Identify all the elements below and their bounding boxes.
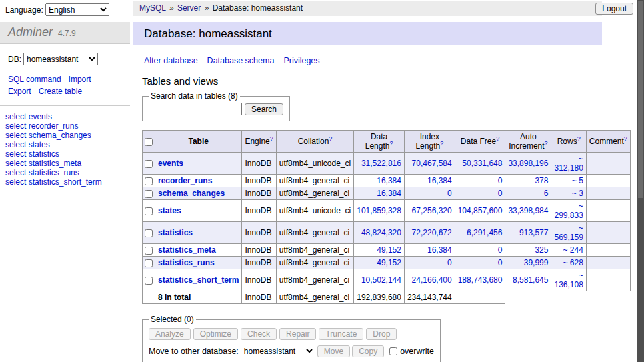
index-length-link[interactable]: 0 bbox=[447, 189, 452, 198]
move-db-select[interactable]: homeassistant bbox=[241, 345, 315, 357]
help-link[interactable]: ? bbox=[389, 140, 393, 147]
auto-increment-link[interactable]: 39,999 bbox=[524, 258, 549, 267]
table-structure-link[interactable]: schema_changes bbox=[29, 131, 91, 140]
row-checkbox[interactable] bbox=[145, 247, 153, 255]
move-button[interactable]: Move bbox=[317, 345, 350, 357]
data-length-link[interactable]: 16,384 bbox=[377, 189, 401, 198]
select-all-checkbox[interactable] bbox=[145, 138, 153, 146]
row-checkbox[interactable] bbox=[145, 207, 153, 215]
select-table-link[interactable]: select bbox=[5, 159, 26, 168]
auto-increment-link[interactable]: 325 bbox=[535, 245, 548, 255]
analyze-button[interactable]: Analyze bbox=[149, 328, 191, 340]
help-link[interactable]: ? bbox=[440, 140, 443, 147]
auto-increment-link[interactable]: 8,581,645 bbox=[513, 275, 548, 285]
table-structure-link[interactable]: statistics_short_term bbox=[29, 177, 102, 187]
data-length-link[interactable]: 16,384 bbox=[377, 176, 401, 185]
select-table-link[interactable]: select bbox=[5, 131, 26, 140]
drop-button[interactable]: Drop bbox=[366, 328, 397, 340]
data-free-link[interactable]: 188,743,680 bbox=[458, 275, 503, 285]
index-length-link[interactable]: 24,166,400 bbox=[412, 275, 452, 285]
index-length-link[interactable]: 67,256,320 bbox=[412, 206, 452, 215]
breadcrumb-mysql-link[interactable]: MySQL bbox=[139, 3, 166, 13]
data-free-link[interactable]: 0 bbox=[498, 189, 503, 198]
adminer-logo-link[interactable]: Adminer bbox=[8, 25, 53, 39]
copy-button[interactable]: Copy bbox=[352, 345, 384, 357]
table-name-link[interactable]: schema_changes bbox=[158, 189, 225, 198]
index-length-link[interactable]: 16,384 bbox=[427, 245, 452, 255]
data-length-link[interactable]: 48,824,320 bbox=[361, 228, 401, 237]
db-action-link[interactable]: Privileges bbox=[283, 56, 319, 65]
rows-link[interactable]: ~ 299,833 bbox=[554, 201, 583, 220]
auto-increment-link[interactable]: 378 bbox=[535, 176, 548, 185]
scrollbar-thumb[interactable] bbox=[638, 1, 643, 198]
table-structure-link[interactable]: states bbox=[29, 140, 50, 149]
data-length-link[interactable]: 49,152 bbox=[377, 258, 401, 267]
select-table-link[interactable]: select bbox=[5, 168, 26, 177]
rows-link[interactable]: ~ 628 bbox=[563, 258, 583, 267]
row-checkbox[interactable] bbox=[145, 177, 153, 185]
table-name-link[interactable]: events bbox=[158, 159, 183, 168]
data-length-link[interactable]: 49,152 bbox=[377, 245, 401, 255]
row-checkbox[interactable] bbox=[145, 190, 153, 198]
table-name-link[interactable]: statistics_meta bbox=[158, 245, 216, 255]
rows-link[interactable]: ~ 3 bbox=[572, 189, 583, 198]
index-length-link[interactable]: 16,384 bbox=[427, 176, 452, 185]
select-table-link[interactable]: select bbox=[5, 149, 26, 159]
auto-increment-link[interactable]: 6 bbox=[544, 189, 549, 198]
select-table-link[interactable]: select bbox=[5, 121, 26, 131]
scrollbar[interactable] bbox=[637, 0, 644, 362]
index-length-link[interactable]: 72,220,672 bbox=[412, 228, 452, 237]
auto-increment-link[interactable]: 913,577 bbox=[519, 228, 548, 237]
search-input[interactable] bbox=[149, 103, 242, 115]
row-checkbox[interactable] bbox=[145, 229, 153, 237]
help-link[interactable]: ? bbox=[624, 135, 627, 142]
import-link[interactable]: Import bbox=[69, 75, 91, 84]
data-length-link[interactable]: 10,502,144 bbox=[361, 275, 401, 285]
rows-link[interactable]: ~ 136,108 bbox=[554, 271, 583, 289]
auto-increment-link[interactable]: 33,398,984 bbox=[508, 206, 548, 215]
truncate-button[interactable]: Truncate bbox=[319, 328, 363, 340]
optimize-button[interactable]: Optimize bbox=[193, 328, 238, 340]
db-select[interactable]: homeassistant bbox=[23, 53, 98, 65]
rows-link[interactable]: ~ 569,159 bbox=[554, 223, 583, 242]
select-table-link[interactable]: select bbox=[5, 140, 26, 149]
overwrite-checkbox[interactable] bbox=[389, 347, 397, 355]
table-name-link[interactable]: statistics_runs bbox=[158, 258, 215, 267]
help-link[interactable]: ? bbox=[545, 140, 548, 147]
rows-link[interactable]: ~ 5 bbox=[572, 176, 583, 185]
help-link[interactable]: ? bbox=[577, 135, 581, 142]
table-structure-link[interactable]: statistics_runs bbox=[29, 168, 79, 177]
language-select[interactable]: English bbox=[45, 3, 109, 16]
table-structure-link[interactable]: events bbox=[29, 112, 52, 121]
check-button[interactable]: Check bbox=[241, 328, 277, 340]
row-checkbox[interactable] bbox=[145, 259, 153, 267]
index-length-link[interactable]: 0 bbox=[447, 258, 452, 267]
data-free-link[interactable]: 6,291,456 bbox=[467, 228, 502, 237]
help-link[interactable]: ? bbox=[329, 135, 332, 142]
table-structure-link[interactable]: statistics bbox=[29, 149, 59, 159]
data-length-link[interactable]: 101,859,328 bbox=[357, 206, 401, 215]
data-free-link[interactable]: 0 bbox=[498, 245, 503, 255]
row-checkbox[interactable] bbox=[145, 277, 153, 285]
search-button[interactable]: Search bbox=[245, 103, 283, 115]
repair-button[interactable]: Repair bbox=[279, 328, 316, 340]
table-name-link[interactable]: statistics bbox=[158, 228, 193, 237]
table-name-link[interactable]: statistics_short_term bbox=[158, 275, 239, 285]
table-name-link[interactable]: states bbox=[158, 206, 181, 215]
select-table-link[interactable]: select bbox=[5, 177, 26, 187]
create-table-link[interactable]: Create table bbox=[39, 87, 82, 96]
select-table-link[interactable]: select bbox=[5, 112, 26, 121]
help-link[interactable]: ? bbox=[496, 135, 499, 142]
db-action-link[interactable]: Alter database bbox=[144, 56, 198, 65]
table-structure-link[interactable]: statistics_meta bbox=[29, 159, 81, 168]
data-free-link[interactable]: 50,331,648 bbox=[462, 159, 502, 168]
data-free-link[interactable]: 0 bbox=[498, 176, 503, 185]
data-free-link[interactable]: 0 bbox=[498, 258, 503, 267]
data-free-link[interactable]: 104,857,600 bbox=[458, 206, 503, 215]
rows-link[interactable]: ~ 312,180 bbox=[554, 154, 583, 173]
row-checkbox[interactable] bbox=[145, 160, 153, 168]
sql-command-link[interactable]: SQL command bbox=[8, 75, 61, 84]
rows-link[interactable]: ~ 244 bbox=[563, 245, 583, 255]
table-structure-link[interactable]: recorder_runs bbox=[29, 121, 79, 131]
db-action-link[interactable]: Database schema bbox=[207, 56, 275, 65]
